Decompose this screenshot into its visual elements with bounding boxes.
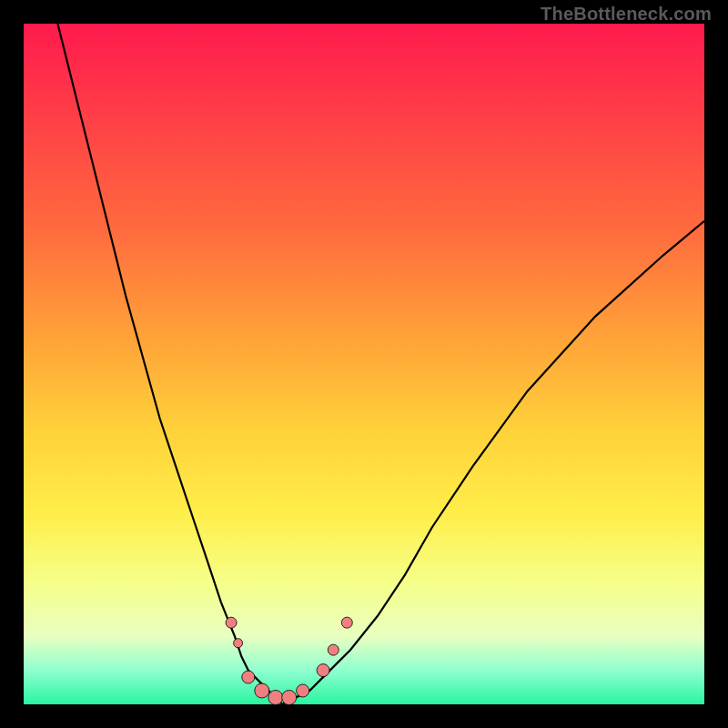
data-marker xyxy=(297,684,309,697)
data-marker xyxy=(255,683,269,698)
series-right-branch xyxy=(282,221,704,704)
data-marker xyxy=(268,691,283,705)
attribution-text: TheBottleneck.com xyxy=(541,4,712,25)
series-left-branch xyxy=(57,24,282,704)
data-marker xyxy=(341,617,352,628)
data-marker xyxy=(328,644,339,655)
data-marker xyxy=(317,664,329,677)
data-marker xyxy=(242,671,255,683)
curve-svg xyxy=(24,24,704,704)
plot-area xyxy=(24,24,704,704)
data-marker xyxy=(282,691,297,705)
curve-lines xyxy=(57,24,704,704)
data-marker xyxy=(226,617,237,628)
chart-frame: TheBottleneck.com xyxy=(0,0,728,728)
curve-markers xyxy=(226,617,352,704)
data-marker xyxy=(234,639,243,648)
